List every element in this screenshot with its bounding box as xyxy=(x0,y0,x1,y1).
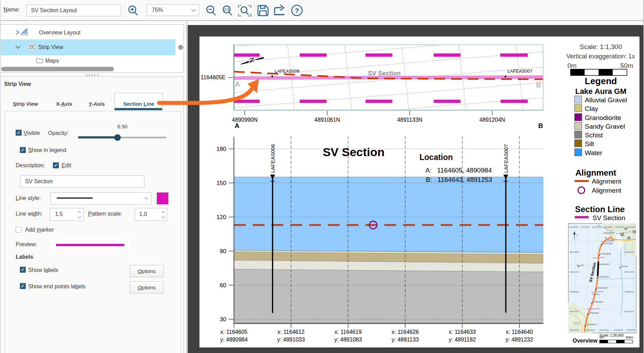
x-tick-1-line1: x: 1164612 xyxy=(277,329,305,335)
scalebar-left-label: 0m xyxy=(567,62,576,70)
pattern-scale-value: 1.0 xyxy=(139,211,147,217)
map-section-label: SV Section xyxy=(368,70,401,77)
legend-swatch-2 xyxy=(574,113,582,121)
overview-layout-icon xyxy=(21,28,28,35)
overview-map: SV Section LAFEAS010LAFEAS009LAFEAS008LA… xyxy=(568,223,636,333)
pattern-scale-spinner-arrows[interactable] xyxy=(161,210,166,219)
tree-horizontal-scrollbar-thumb[interactable] xyxy=(1,67,114,71)
svg-text:1165000E: 1165000E xyxy=(626,329,635,331)
well-lafeas006-label: LAFEAS006 xyxy=(270,144,276,173)
opacity-value: 0.50 xyxy=(117,123,127,129)
show-labels-checkbox[interactable]: ✓ xyxy=(20,267,26,273)
legend-label-2: Granodiorite xyxy=(585,114,621,122)
svg-text:LAFEAS005: LAFEAS005 xyxy=(597,287,607,289)
x-tick-0-line1: x: 1164605 xyxy=(220,329,248,335)
svg-text:XS [300]: XS [300] xyxy=(592,293,599,295)
overview-label: Overview xyxy=(573,338,597,344)
map-well1-label: LAFEAS006 xyxy=(275,69,300,74)
svg-text:LAFEAS007: LAFEAS007 xyxy=(599,263,610,265)
splitter-handle[interactable] xyxy=(86,74,99,76)
edit-checkbox[interactable]: ✓ xyxy=(53,162,59,168)
legend-heading: Legend xyxy=(567,76,634,87)
export-icon[interactable] xyxy=(273,4,286,17)
x-tick-2-line1: x: 1164619 xyxy=(335,329,362,335)
svg-text:1164800E: 1164800E xyxy=(603,226,613,228)
help-icon[interactable]: ? xyxy=(291,4,304,17)
visible-label: Visible xyxy=(24,130,40,136)
map-n-tick-2: 4891133N xyxy=(397,117,423,123)
tab-y-axis[interactable]: Y-Axis xyxy=(89,101,105,107)
line-width-spinner-arrows[interactable] xyxy=(77,210,82,219)
svg-text:4891600N: 4891600N xyxy=(625,251,634,253)
zoom-in-icon[interactable] xyxy=(127,5,140,17)
map-well1-dot xyxy=(271,75,273,77)
svg-text:4891600N: 4891600N xyxy=(570,251,579,253)
add-marker-checkbox[interactable] xyxy=(16,227,22,233)
svg-text:1164800E: 1164800E xyxy=(613,329,623,331)
x-tick-4-line2: y: 4891182 xyxy=(449,337,476,343)
zoom-fit-icon[interactable] xyxy=(238,5,252,17)
svg-text:1:1: 1:1 xyxy=(224,8,229,11)
legend-label-0: Alluvial Gravel xyxy=(585,96,627,104)
map-endpoint-b-inner: B xyxy=(536,81,541,89)
location-a: A: 1164605, 4890984 xyxy=(425,167,492,174)
tree-expand-chevron-overview[interactable] xyxy=(15,30,20,35)
legend-label-3: Sandy Gravel xyxy=(585,123,625,130)
line-color-swatch[interactable] xyxy=(157,192,168,204)
svg-text:1164600E: 1164600E xyxy=(592,226,601,228)
zoom-out-icon[interactable] xyxy=(205,5,218,17)
svg-text:4890400N: 4890400N xyxy=(625,311,634,313)
description-label: Description: xyxy=(16,162,45,169)
tree-item-maps[interactable]: Maps xyxy=(45,58,59,64)
tab-strip-view[interactable]: Strip View xyxy=(13,101,38,107)
layer-schist xyxy=(234,269,543,323)
show-end-points-checkbox[interactable]: ✓ xyxy=(20,283,26,289)
zoom-one-to-one-icon[interactable]: 1:1 xyxy=(221,5,234,17)
map-endpoint-b-label: B xyxy=(538,122,543,129)
tree-item-overview-layout[interactable]: Overview Layout xyxy=(39,30,80,36)
show-labels-options-button[interactable]: Options xyxy=(130,265,164,277)
x-tick-5-line2: y: 4891232 xyxy=(505,337,533,343)
tree-item-strip-view-row[interactable] xyxy=(1,39,175,55)
show-in-legend-checkbox[interactable]: ✓ xyxy=(20,147,26,153)
line-style-label: Line style: xyxy=(16,195,41,201)
add-marker-label: Add marker xyxy=(25,227,54,233)
tree-item-strip-view[interactable]: Strip View xyxy=(38,44,63,50)
tab-section-line[interactable]: Section Line xyxy=(123,101,154,107)
window-left-edge xyxy=(0,0,1,353)
x-tick-4-line1: x: 1164633 xyxy=(449,329,476,335)
section-line-sample xyxy=(575,216,589,218)
svg-text:LAFEAS006: LAFEAS006 xyxy=(598,276,609,278)
legend-label-6: Water xyxy=(585,149,602,157)
scalebar xyxy=(570,69,627,76)
x-tick-1-line2: y: 4891033 xyxy=(277,337,305,343)
map-endpoint-a-label: A xyxy=(235,122,239,129)
legend-swatch-0 xyxy=(574,96,582,103)
tree-collapse-chevron-strip-view[interactable] xyxy=(15,45,21,49)
svg-text:1165200E: 1165200E xyxy=(626,226,636,228)
svg-text:4890000N: 4890000N xyxy=(570,329,579,331)
alignment-marker-sample xyxy=(578,186,585,194)
svg-text:LAFEAS004: LAFEAS004 xyxy=(592,301,603,303)
show-end-points-options-button[interactable]: Options xyxy=(130,281,164,294)
tree-vertical-scrollbar-thumb[interactable] xyxy=(178,45,183,50)
svg-text:4890800N: 4890800N xyxy=(625,291,634,293)
y-tick-120: 120 xyxy=(217,214,226,220)
svg-text:?: ? xyxy=(295,7,299,14)
layer-water xyxy=(234,177,543,253)
visible-checkbox[interactable]: ✓ xyxy=(16,130,22,136)
x-tick-5-line1: x: 1164640 xyxy=(506,329,533,335)
zoom-level-value: 75% xyxy=(152,7,163,13)
y-tick-150: 150 xyxy=(217,180,226,186)
x-tick-3-line2: y: 4891133 xyxy=(392,337,419,343)
maps-folder-icon xyxy=(36,57,43,64)
x-tick-2-line2: y: 4891083 xyxy=(334,337,362,343)
opacity-slider-knob[interactable] xyxy=(114,134,121,141)
tab-x-axis[interactable]: X-Axis xyxy=(56,101,72,107)
svg-text:XS [400]: XS [400] xyxy=(607,239,615,241)
svg-text:4890800N: 4890800N xyxy=(570,291,579,293)
legend-swatch-3 xyxy=(574,122,582,130)
save-icon[interactable] xyxy=(257,4,269,17)
svg-text:LAFEAS008: LAFEAS008 xyxy=(600,253,611,255)
svg-text:1164200E: 1164200E xyxy=(569,226,578,228)
